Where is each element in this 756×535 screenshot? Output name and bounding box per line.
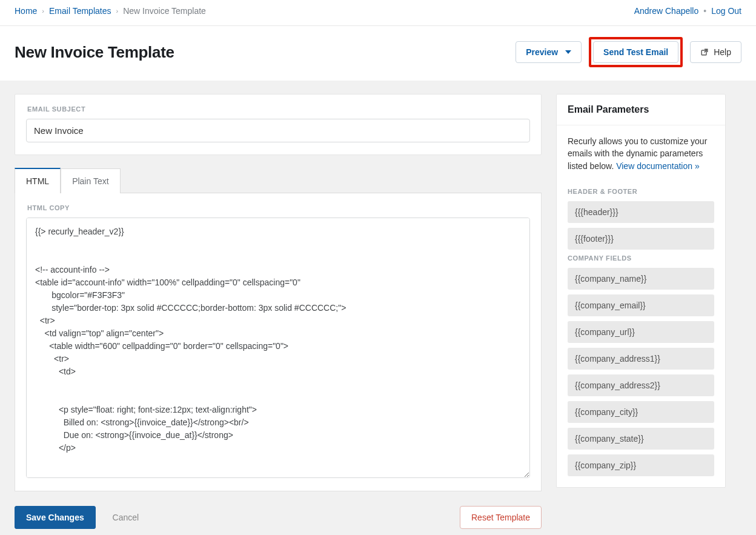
parameter-pill[interactable]: {{{footer}}} [568,228,714,250]
editor-panel: HTML COPY [15,193,542,491]
separator-dot-icon: • [703,6,706,16]
parameter-pill[interactable]: {{company_url}} [568,321,714,343]
chevron-right-icon: › [114,7,119,15]
save-changes-button[interactable]: Save Changes [15,506,96,529]
email-subject-input[interactable] [26,119,530,142]
user-links: Andrew Chapello • Log Out [634,6,741,16]
tab-html[interactable]: HTML [15,168,61,193]
email-parameters-title: Email Parameters [557,95,725,125]
email-subject-label: EMAIL SUBJECT [27,105,530,113]
preview-button-label: Preview [526,47,558,57]
chevron-right-icon: › [41,7,45,15]
reset-template-button[interactable]: Reset Template [460,506,542,529]
email-parameters-intro: Recurly allows you to customize your ema… [557,125,725,184]
side-column: Email Parameters Recurly allows you to c… [556,94,726,488]
tab-plain-text[interactable]: Plain Text [61,168,120,193]
cancel-button[interactable]: Cancel [109,512,143,523]
chevron-down-icon [565,50,571,54]
parameter-pill[interactable]: {{company_email}} [568,294,714,316]
parameter-pill[interactable]: {{company_state}} [568,428,714,450]
parameter-pill[interactable]: {{company_address2}} [568,374,714,396]
parameter-pill[interactable]: {{company_city}} [568,401,714,423]
breadcrumb-current: New Invoice Template [123,6,206,16]
footer-actions: Save Changes Cancel Reset Template [15,506,542,529]
parameter-pill[interactable]: {{{header}}} [568,201,714,223]
help-button[interactable]: Help [690,41,741,63]
user-name-link[interactable]: Andrew Chapello [634,6,699,16]
logout-link[interactable]: Log Out [711,6,741,16]
parameter-groups: HEADER & FOOTER{{{header}}}{{{footer}}}C… [557,184,725,487]
header-actions: Preview Send Test Email Help [516,37,741,67]
preview-button[interactable]: Preview [516,41,582,63]
email-parameters-panel: Email Parameters Recurly allows you to c… [556,94,726,488]
help-button-label: Help [714,47,731,57]
editor-tabs-wrap: HTML Plain Text HTML COPY [15,167,542,491]
parameter-pill[interactable]: {{company_zip}} [568,454,714,476]
parameter-group-label: HEADER & FOOTER [568,188,714,195]
email-subject-panel: EMAIL SUBJECT [15,94,542,155]
parameter-pill[interactable]: {{company_name}} [568,268,714,290]
html-copy-label: HTML COPY [27,204,530,211]
editor-tabs: HTML Plain Text [15,167,542,193]
view-documentation-link[interactable]: View documentation » [616,161,700,171]
page-title: New Invoice Template [15,43,174,62]
breadcrumb-templates-link[interactable]: Email Templates [49,6,111,16]
parameter-group-label: COMPANY FIELDS [568,254,714,262]
parameter-pill[interactable]: {{company_address1}} [568,348,714,370]
breadcrumb-home-link[interactable]: Home [15,6,37,16]
breadcrumb: Home › Email Templates › New Invoice Tem… [15,6,206,16]
main-column: EMAIL SUBJECT HTML Plain Text HTML COPY … [15,94,542,529]
content-area: EMAIL SUBJECT HTML Plain Text HTML COPY … [0,81,756,535]
html-copy-textarea[interactable] [26,218,530,478]
highlight-outline: Send Test Email [589,37,683,67]
send-test-email-label: Send Test Email [603,47,668,57]
top-bar: Home › Email Templates › New Invoice Tem… [0,0,756,26]
send-test-email-button[interactable]: Send Test Email [593,41,678,63]
external-link-icon [700,48,709,56]
page-header: New Invoice Template Preview Send Test E… [0,26,756,81]
